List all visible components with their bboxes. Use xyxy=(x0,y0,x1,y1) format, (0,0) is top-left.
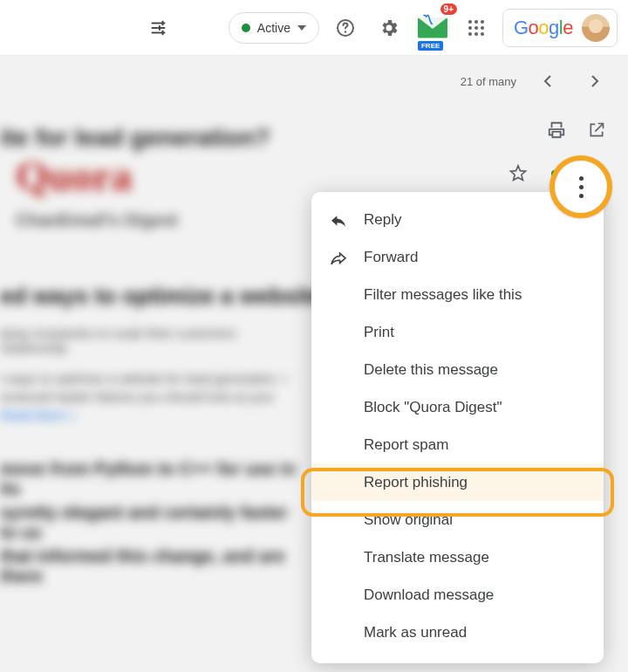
blur-paragraph: that informed this change, and are there xyxy=(0,546,297,586)
svg-rect-6 xyxy=(160,22,166,24)
menu-forward[interactable]: Forward xyxy=(311,238,604,276)
mail-promo-button[interactable]: 〽 FREE 9+ xyxy=(415,10,450,45)
menu-label: Translate message xyxy=(364,549,489,566)
menu-label: Print xyxy=(364,324,394,341)
menu-report-spam[interactable]: Report spam xyxy=(311,426,604,463)
menu-print[interactable]: Print xyxy=(311,313,604,351)
menu-label: Forward xyxy=(364,249,418,266)
svg-point-10 xyxy=(345,31,346,32)
svg-rect-1 xyxy=(152,27,157,29)
forward-icon xyxy=(329,250,348,264)
notification-badge: 9+ xyxy=(440,3,457,15)
more-actions-button[interactable] xyxy=(550,155,612,218)
svg-point-14 xyxy=(468,26,472,30)
svg-rect-7 xyxy=(157,27,165,29)
trend-icon: 〽 xyxy=(422,13,433,26)
apps-grid-button[interactable] xyxy=(459,10,494,45)
menu-label: Download message xyxy=(364,586,494,604)
more-actions-menu: Reply Forward Filter messages like this … xyxy=(311,192,604,663)
menu-delete[interactable]: Delete this message xyxy=(311,351,604,388)
avatar xyxy=(582,14,610,42)
free-badge: FREE xyxy=(418,41,443,51)
svg-rect-0 xyxy=(152,22,160,24)
status-chip[interactable]: Active xyxy=(229,12,319,44)
svg-point-11 xyxy=(468,20,472,24)
menu-label: Show original xyxy=(364,511,453,529)
menu-translate[interactable]: Translate message xyxy=(311,538,604,576)
menu-download[interactable]: Download message xyxy=(311,576,604,614)
more-vert-icon xyxy=(579,176,584,198)
svg-point-16 xyxy=(481,26,484,30)
svg-point-19 xyxy=(481,32,484,36)
blur-paragraph: move from Python to C++ for use in its xyxy=(0,459,297,499)
help-button[interactable] xyxy=(328,10,363,45)
search-options-button[interactable] xyxy=(141,10,176,45)
account-chip[interactable]: Google xyxy=(502,9,618,47)
menu-label: Block "Quora Digest" xyxy=(364,399,502,416)
help-icon xyxy=(335,17,356,38)
svg-point-13 xyxy=(481,20,484,24)
menu-report-phishing[interactable]: Report phishing xyxy=(311,463,604,501)
apps-grid-icon xyxy=(468,19,485,37)
menu-label: Delete this message xyxy=(364,361,498,379)
menu-mark-unread[interactable]: Mark as unread xyxy=(311,614,604,651)
menu-label: Mark as unread xyxy=(364,624,467,641)
menu-block[interactable]: Block "Quora Digest" xyxy=(311,388,604,426)
blur-paragraph: onstrued Hyden Marino you should look at… xyxy=(0,389,297,404)
menu-show-original[interactable]: Show original xyxy=(311,501,604,538)
svg-rect-2 xyxy=(152,31,160,33)
status-label: Active xyxy=(257,21,290,35)
google-logo: Google xyxy=(514,17,573,39)
chevron-down-icon xyxy=(297,25,306,31)
reply-icon xyxy=(329,213,348,227)
blur-paragraph: t ways to optimize a website for lead ge… xyxy=(0,371,297,386)
menu-label: Report phishing xyxy=(364,474,468,491)
subject-blur: ite for lead generation? xyxy=(0,124,270,152)
blur-paragraph: iping companies to scale their customers… xyxy=(0,326,297,355)
svg-rect-8 xyxy=(160,31,166,33)
menu-label: Filter messages like this xyxy=(364,286,522,304)
svg-point-17 xyxy=(468,32,472,36)
menu-label: Reply xyxy=(364,211,401,229)
blur-paragraph: syretty elegant and certainly faster to … xyxy=(0,503,297,543)
status-dot-icon xyxy=(242,24,250,32)
tune-icon xyxy=(149,18,168,38)
svg-point-18 xyxy=(474,32,478,36)
svg-point-12 xyxy=(474,20,478,24)
menu-label: Report spam xyxy=(364,436,448,454)
app-header: Active 〽 FREE 9+ Google xyxy=(0,0,628,56)
settings-button[interactable] xyxy=(372,10,406,45)
menu-filter[interactable]: Filter messages like this xyxy=(311,276,604,313)
gear-icon xyxy=(379,17,399,38)
svg-point-15 xyxy=(474,26,478,30)
